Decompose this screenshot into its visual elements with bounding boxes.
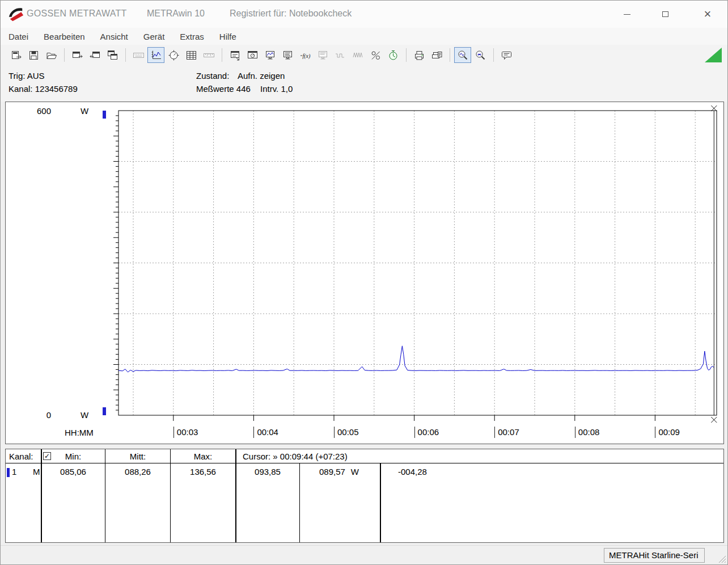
window-gauge-button[interactable] (244, 47, 261, 63)
minimize-button[interactable] (614, 5, 640, 23)
wave-low-icon (335, 49, 346, 61)
zustand-label: Zustand: (196, 71, 229, 81)
minimize-icon (624, 14, 630, 15)
save-button[interactable] (25, 47, 42, 63)
annotation-button[interactable] (498, 47, 515, 63)
close-button[interactable]: × (695, 5, 721, 23)
interval-value: Intrv. 1,0 (260, 84, 293, 94)
window-list-icon (229, 49, 241, 61)
value-delta: -004,28 (398, 467, 427, 477)
export-window-button[interactable] (69, 47, 86, 63)
menu-bearbeiten[interactable]: Bearbeiten (44, 32, 85, 41)
percent-timer-icon (370, 49, 382, 61)
timer-clock-icon (387, 49, 399, 61)
menu-geraet[interactable]: Gerät (143, 32, 165, 41)
menu-hilfe[interactable]: Hilfe (219, 32, 236, 41)
value-cursor2-cell: 089,57W (300, 467, 378, 477)
header-kanal: Kanal: (9, 452, 33, 461)
registered-to: Registriert für: Notebookcheck (230, 9, 352, 19)
export-window-icon (71, 49, 83, 61)
keyboard-button (130, 47, 147, 63)
y-unit-top: W (81, 106, 88, 116)
print-page-button[interactable] (428, 47, 445, 63)
header-cursor: Cursor: » 00:09:44 (+07:23) (239, 452, 348, 461)
gossen-metrawatt-logo (7, 6, 24, 23)
maximize-button[interactable] (652, 5, 678, 23)
toolbar: f(x) (1, 45, 727, 65)
resize-grip[interactable] (717, 554, 727, 564)
x-tick-label: 00:06 (414, 427, 439, 438)
window-gauge-icon (247, 49, 259, 61)
value-table-button[interactable] (183, 47, 200, 63)
wave-high-button (349, 47, 366, 63)
zoom-reset-icon (475, 49, 486, 61)
monitor-button[interactable] (279, 47, 296, 63)
zoom-reset-button[interactable] (472, 47, 489, 63)
save-icon (28, 49, 40, 61)
folder-open-button[interactable] (43, 47, 60, 63)
open-data-button[interactable] (7, 47, 24, 63)
print-button[interactable] (410, 47, 428, 63)
value-table-icon (185, 49, 197, 61)
value-mitt: 088,26 (105, 467, 170, 477)
channel-color-bar (7, 468, 10, 477)
value-max: 136,56 (171, 467, 235, 477)
toolbar-separator (125, 48, 126, 62)
ruler-button (200, 47, 217, 63)
copy-window-button[interactable] (104, 47, 121, 63)
chart-line-icon (150, 49, 162, 61)
menu-extras[interactable]: Extras (180, 32, 204, 41)
copy-window-icon (107, 49, 118, 61)
zoom-curve-button[interactable] (454, 47, 471, 63)
trigger-status: Trig: AUS (9, 71, 45, 81)
analog-gauge-button[interactable] (165, 47, 182, 63)
channel-table: Kanal: ✓ Min: Mitt: Max: Cursor: » 00:09… (5, 449, 724, 543)
power-chart-svg (6, 102, 723, 444)
table-grid-line (380, 463, 381, 542)
x-tick-label: 00:04 (253, 427, 278, 438)
title-bar: GOSSEN METRAWATT METRAwin 10 Registriert… (1, 1, 727, 28)
x-axis-label: HH:MM (65, 428, 94, 437)
monitor-off-button (314, 47, 331, 63)
value-cursor: 093,85 (236, 467, 299, 477)
toolbar-separator (64, 48, 65, 62)
ruler-icon (203, 49, 215, 61)
x-tick-label: 00:07 (494, 427, 519, 438)
toolbar-separator (406, 48, 407, 62)
percent-timer-button[interactable] (367, 47, 384, 63)
wave-low-button (332, 47, 349, 63)
y-min-label: 0 (26, 410, 51, 420)
keyboard-icon (133, 49, 145, 61)
import-window-button[interactable] (86, 47, 103, 63)
brand-title: GOSSEN METRAWATT (27, 9, 127, 19)
y-max-label: 600 (26, 106, 51, 116)
messwerte-count: Meßwerte 446 (196, 84, 251, 94)
menu-ansicht[interactable]: Ansicht (100, 32, 128, 41)
chart-panel: 600 W 0 W HH:MM 00:0300:0400:0500:0600:0… (5, 102, 724, 444)
zustand-value: Aufn. zeigen (238, 71, 285, 81)
folder-open-icon (45, 49, 57, 61)
table-grid-line (170, 449, 171, 542)
window-list-button[interactable] (226, 47, 243, 63)
status-bar: METRAHit Starline-Seri (1, 545, 727, 564)
power-chart[interactable] (6, 102, 723, 444)
monitor-icon (282, 49, 294, 61)
chart-line-button[interactable] (147, 47, 164, 63)
function-fx-button[interactable]: f(x) (297, 47, 314, 63)
metrawin-window: GOSSEN METRAWATT METRAwin 10 Registriert… (0, 0, 728, 565)
analog-gauge-icon (168, 49, 180, 61)
device-status-panel: Trig: AUS Kanal: 123456789 Zustand: Aufn… (1, 65, 727, 102)
app-title: METRAwin 10 (147, 9, 205, 19)
value-min: 085,06 (41, 467, 105, 477)
toolbar-separator (493, 48, 494, 62)
menu-datei[interactable]: Datei (9, 32, 28, 41)
monitor-chart-button[interactable] (261, 47, 278, 63)
toolbar-separator (222, 48, 222, 62)
toolbar-buttons: f(x) (7, 47, 515, 63)
wave-high-icon (352, 49, 364, 61)
open-data-icon (10, 49, 22, 61)
x-tick-label: 00:05 (334, 427, 359, 438)
svg-text:f(x): f(x) (302, 52, 311, 59)
close-icon: × (704, 8, 712, 20)
timer-clock-button[interactable] (384, 47, 401, 63)
